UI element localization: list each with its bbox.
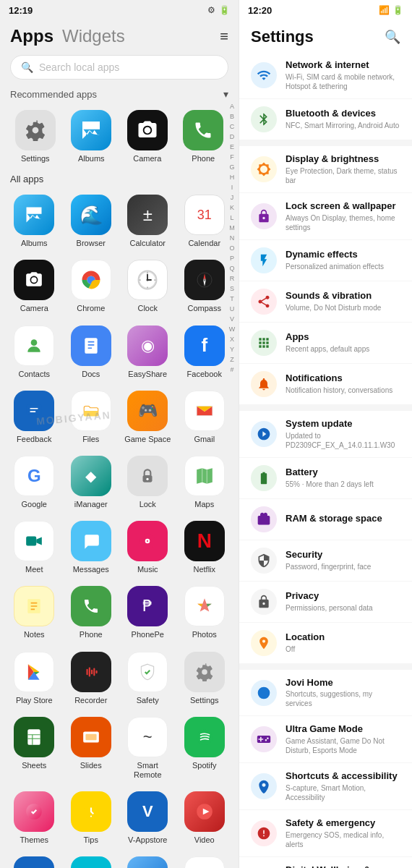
- tab-apps[interactable]: Apps: [10, 26, 53, 46]
- app-gmail[interactable]: Gmail: [178, 386, 232, 448]
- app-play-store[interactable]: Play Store: [7, 647, 61, 710]
- settings-item-network-internet[interactable]: Network & internetWi-Fi, SIM card & mobi…: [239, 52, 412, 99]
- app-youtube[interactable]: YouTube: [178, 852, 232, 868]
- settings-item-sounds-vibration[interactable]: Sounds & vibrationVolume, Do Not Disturb…: [239, 281, 412, 323]
- app-photos[interactable]: Photos: [178, 582, 232, 644]
- settings-item-location[interactable]: LocationOff: [239, 623, 412, 664]
- app-easyshare[interactable]: ◉EasyShare: [121, 321, 175, 383]
- settings-item-title: System update: [286, 418, 400, 430]
- right-panel: 12:20 📶 🔋 Settings 🔍 Network & internetW…: [239, 0, 412, 868]
- svg-point-53: [258, 686, 270, 699]
- app-feedback[interactable]: Feedback: [7, 386, 61, 448]
- tab-widgets[interactable]: Widgets: [62, 26, 125, 46]
- settings-icon-location: [251, 630, 277, 656]
- app-phonepe[interactable]: ₱PhonePe: [121, 582, 175, 644]
- app-albums-rec[interactable]: Albums: [64, 106, 120, 168]
- svg-rect-35: [93, 668, 95, 676]
- app-smart-remote[interactable]: ~Smart Remote: [121, 712, 175, 784]
- settings-item-sub: Always On Display, themes, home settings: [286, 213, 400, 232]
- settings-item-ram-storage-space[interactable]: RAM & storage space: [239, 499, 412, 540]
- settings-item-lock-screen-wallpaper[interactable]: Lock screen & wallpaperAlways On Display…: [239, 193, 412, 240]
- settings-item-safety-emergency[interactable]: Safety & emergencyEmergency SOS, medical…: [239, 810, 412, 857]
- search-bar[interactable]: 🔍 Search local apps: [10, 55, 228, 80]
- app-camera[interactable]: Camera: [7, 255, 61, 318]
- settings-item-system-update[interactable]: System updateUpdated to PD2309CF_EX_A_14…: [239, 411, 412, 458]
- app-icon-chrome: [71, 260, 111, 300]
- app-compass[interactable]: Compass: [178, 255, 232, 318]
- settings-text: Safety & emergencyEmergency SOS, medical…: [286, 817, 400, 849]
- settings-search-icon[interactable]: 🔍: [385, 29, 400, 45]
- app-tips[interactable]: Tips: [64, 787, 119, 849]
- settings-text: NotificationsNotification history, conve…: [286, 373, 400, 395]
- settings-item-security[interactable]: SecurityPassword, fingerprint, face: [239, 540, 412, 582]
- settings-divider: [239, 405, 412, 411]
- settings-text: Sounds & vibrationVolume, Do Not Disturb…: [286, 290, 400, 312]
- app-music[interactable]: Music: [121, 516, 175, 579]
- settings-item-privacy[interactable]: PrivacyPermissions, personal data: [239, 582, 412, 623]
- settings-item-display-brightness[interactable]: Display & brightnessEye Protection, Dark…: [239, 146, 412, 193]
- app-phone-rec[interactable]: Phone: [176, 106, 232, 168]
- settings-item-bluetooth-devices[interactable]: Bluetooth & devicesNFC, Smart Mirroring,…: [239, 99, 412, 140]
- settings-icon-privacy: [251, 589, 277, 615]
- time-left: 12:19: [9, 5, 33, 16]
- app-contacts[interactable]: Contacts: [7, 321, 61, 383]
- app-maps[interactable]: Maps: [178, 451, 232, 514]
- app-spotify[interactable]: Spotify: [178, 712, 232, 784]
- settings-item-jovi-home[interactable]: Jovi HomeShortcuts, suggestions, my serv…: [239, 670, 412, 717]
- settings-item-battery[interactable]: Battery55% · More than 2 days left: [239, 458, 412, 499]
- settings-item-sub: 55% · More than 2 days left: [286, 480, 400, 489]
- app-netflix[interactable]: NNetflix: [178, 516, 232, 579]
- app-vivocloud[interactable]: vivoCloud: [64, 852, 119, 868]
- app-camera-rec[interactable]: Camera: [119, 106, 176, 168]
- app-video[interactable]: Video: [178, 787, 232, 849]
- app-clock[interactable]: Clock: [121, 255, 175, 318]
- app-docs[interactable]: Docs: [64, 321, 119, 383]
- settings-icon-battery: [251, 465, 277, 491]
- app-calendar[interactable]: 31Calendar: [178, 190, 232, 252]
- app-label: Phone: [192, 154, 215, 163]
- app-safety[interactable]: Safety: [121, 647, 175, 710]
- app-settings[interactable]: Settings: [178, 647, 232, 710]
- app-facebook[interactable]: fFacebook: [178, 321, 232, 383]
- settings-item-apps[interactable]: AppsRecent apps, default apps: [239, 323, 412, 364]
- app-label: EasyShare: [128, 370, 167, 379]
- app-weather[interactable]: Weather: [121, 852, 175, 868]
- app-label: Recorder: [74, 696, 107, 705]
- app-browser[interactable]: 🌊Browser: [64, 190, 119, 252]
- app-icon-compass: [184, 260, 225, 300]
- app-phone[interactable]: Phone: [64, 582, 119, 644]
- settings-item-notifications[interactable]: NotificationsNotification history, conve…: [239, 364, 412, 405]
- settings-item-ultra-game-mode[interactable]: Ultra Game ModeGame Assistant, Game Do N…: [239, 716, 412, 763]
- settings-text: Ultra Game ModeGame Assistant, Game Do N…: [286, 723, 400, 755]
- app-calculator[interactable]: ±Calculator: [121, 190, 175, 252]
- app-themes[interactable]: Themes: [7, 787, 61, 849]
- app-google[interactable]: GGoogle: [7, 451, 61, 514]
- settings-text: LocationOff: [286, 631, 400, 654]
- status-icons-right: 📶 🔋: [379, 5, 403, 15]
- app-sheets[interactable]: Sheets: [7, 712, 61, 784]
- app-notes[interactable]: Notes: [7, 582, 61, 644]
- app-icon-maps: [184, 456, 225, 496]
- app-recorder[interactable]: Recorder: [64, 647, 119, 710]
- settings-item-dynamic-effects[interactable]: Dynamic effectsPersonalized animation ef…: [239, 240, 412, 281]
- app-slides[interactable]: Slides: [64, 712, 119, 784]
- settings-item-shortcuts-accessibility[interactable]: Shortcuts & accessibilityS-capture, Smar…: [239, 763, 412, 810]
- search-icon: 🔍: [21, 61, 33, 73]
- menu-icon[interactable]: ≡: [220, 28, 228, 45]
- app-settings-rec[interactable]: Settings: [7, 106, 64, 168]
- app-imanager[interactable]: ◆iManager: [64, 451, 119, 514]
- recommended-arrow[interactable]: ▾: [223, 88, 228, 100]
- app-meet[interactable]: Meet: [7, 516, 61, 579]
- app-albums[interactable]: Albums: [7, 190, 61, 252]
- app-vivo.com[interactable]: vivovivo.com: [7, 852, 61, 868]
- svg-marker-26: [37, 537, 43, 545]
- settings-item-title: Notifications: [286, 373, 400, 385]
- app-files[interactable]: Files: [64, 386, 119, 448]
- app-chrome[interactable]: Chrome: [64, 255, 119, 318]
- settings-item-digital-wellbeing-parental-controls[interactable]: Digital Wellbeing & parental controlsScr…: [239, 857, 412, 868]
- settings-icon-network-internet: [251, 62, 277, 88]
- app-lock[interactable]: Lock: [121, 451, 175, 514]
- app-messages[interactable]: Messages: [64, 516, 119, 579]
- app-v-appstore[interactable]: VV-Appstore: [121, 787, 175, 849]
- app-game-space[interactable]: 🎮Game Space: [121, 386, 175, 448]
